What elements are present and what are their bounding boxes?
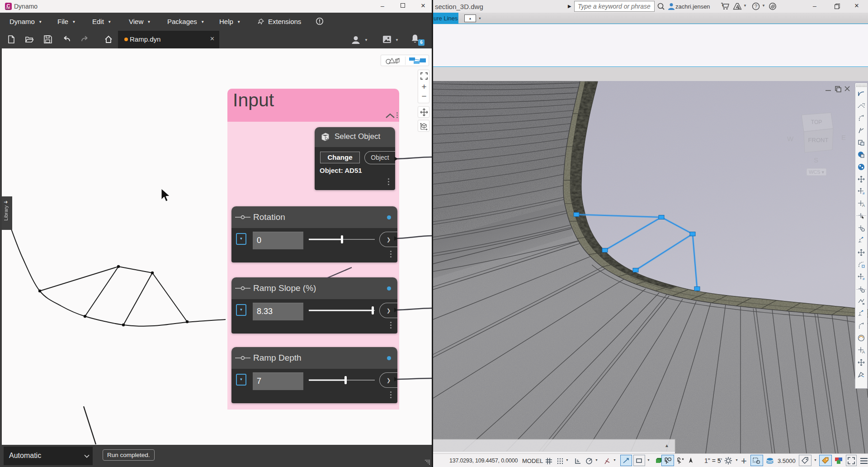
svg-text:E: E [841, 133, 846, 141]
svg-text:A: A [862, 203, 865, 208]
svg-text:#: # [863, 191, 865, 195]
svg-text:?: ? [755, 4, 757, 9]
svg-text:#: # [863, 277, 865, 281]
svg-text:▲: ▲ [665, 443, 669, 448]
svg-text:TOP: TOP [811, 119, 822, 125]
svg-text:WCS ▾: WCS ▾ [809, 169, 825, 175]
svg-text:S: S [814, 156, 818, 164]
svg-text:FRONT: FRONT [808, 137, 829, 143]
svg-text:A: A [862, 350, 865, 354]
svg-text:W: W [787, 135, 794, 143]
